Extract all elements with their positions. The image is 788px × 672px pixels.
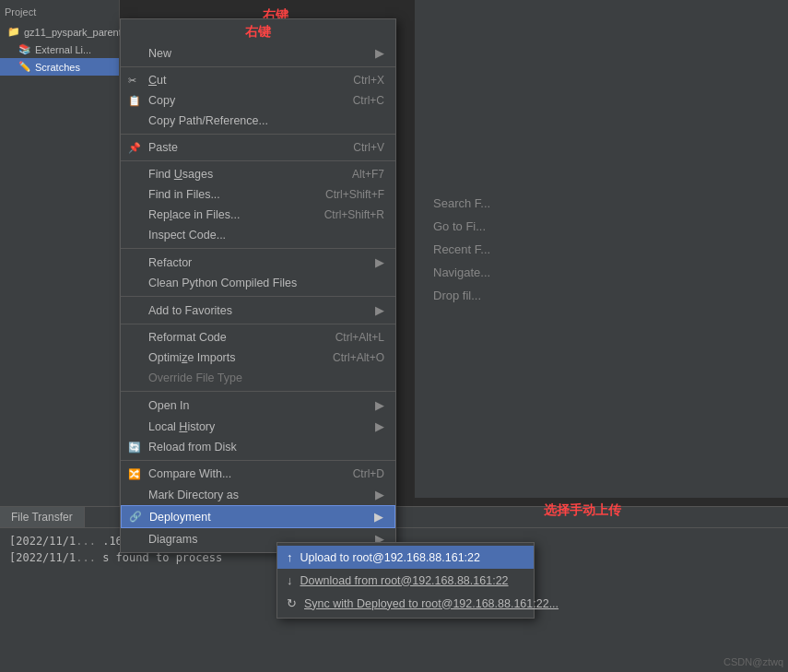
separator-6 — [121, 324, 395, 324]
right-click-annotation: 右键 — [245, 24, 271, 39]
menu-cut[interactable]: ✂ Cut Ctrl+X — [121, 70, 395, 90]
menu-reformat-label: Reformat Code — [148, 331, 227, 344]
menu-find-in-files-shortcut: Ctrl+Shift+F — [325, 188, 384, 201]
folder-icon: 📁 — [7, 26, 20, 38]
deployment-submenu: ↑ Upload to root@192.168.88.161:22 ↓ Dow… — [276, 542, 535, 619]
hint-drop: Drop fil... — [433, 289, 481, 302]
menu-copy-shortcut: Ctrl+C — [353, 94, 384, 107]
menu-copy[interactable]: 📋 Copy Ctrl+C — [121, 90, 395, 111]
hint-recent: Recent F... — [433, 242, 490, 256]
menu-mark-directory[interactable]: Mark Directory as ▶ — [121, 484, 395, 505]
hint-goto: Go to Fi... — [433, 219, 486, 233]
menu-refactor[interactable]: Refactor ▶ — [121, 252, 395, 273]
menu-local-history[interactable]: Local History ▶ — [121, 416, 395, 437]
library-icon: 📚 — [18, 43, 31, 55]
menu-copy-path-label: Copy Path/Reference... — [148, 114, 268, 127]
menu-cut-label: Cut — [148, 74, 166, 87]
menu-new-label: New — [148, 47, 171, 60]
menu-inspect-code-label: Inspect Code... — [148, 229, 226, 242]
menu-deployment[interactable]: 🔗 Deployment ▶ — [121, 505, 395, 528]
menu-optimize-imports[interactable]: Optimize Imports Ctrl+Alt+O — [121, 348, 395, 368]
project-label: Project — [5, 6, 36, 18]
menu-paste-shortcut: Ctrl+V — [353, 141, 384, 154]
project-name: gz11_pyspark_parent — [24, 27, 122, 38]
menu-inspect-code[interactable]: Inspect Code... — [121, 225, 395, 245]
menu-open-in-arrow: ▶ — [375, 398, 384, 412]
menu-local-history-arrow: ▶ — [375, 419, 384, 433]
menu-reformat[interactable]: Reformat Code Ctrl+Alt+L — [121, 327, 395, 348]
menu-copy-label: Copy — [148, 94, 175, 107]
menu-reformat-shortcut: Ctrl+Alt+L — [335, 331, 384, 344]
menu-compare-with-label: Compare With... — [148, 467, 231, 480]
deployment-icon: 🔗 — [129, 511, 142, 523]
menu-copy-path[interactable]: Copy Path/Reference... — [121, 111, 395, 131]
menu-clean-python[interactable]: Clean Python Compiled Files — [121, 273, 395, 293]
separator-2 — [121, 134, 395, 135]
scratch-icon: ✏️ — [18, 61, 31, 73]
menu-override-file-type-label: Override File Type — [148, 371, 242, 384]
menu-add-favorites-arrow: ▶ — [375, 303, 384, 317]
menu-add-favorites[interactable]: Add to Favorites ▶ — [121, 300, 395, 321]
watermark: CSDN@ztwq — [723, 656, 783, 667]
menu-open-in[interactable]: Open In ▶ — [121, 395, 395, 416]
menu-add-favorites-label: Add to Favorites — [148, 304, 232, 317]
menu-diagrams-label: Diagrams — [148, 533, 198, 546]
download-icon: ↓ — [287, 573, 293, 587]
menu-optimize-imports-label: Optimize Imports — [148, 351, 235, 364]
menu-cut-shortcut: Ctrl+X — [353, 74, 384, 87]
hint-navigate: Navigate... — [433, 265, 490, 279]
menu-replace-in-files-shortcut: Ctrl+Shift+R — [324, 208, 384, 221]
menu-paste[interactable]: 📌 Paste Ctrl+V — [121, 137, 395, 158]
cut-icon: ✂ — [128, 75, 136, 87]
menu-paste-label: Paste — [148, 141, 178, 154]
external-libs-label: External Li... — [35, 44, 91, 55]
left-panel-header: Project — [0, 0, 119, 23]
separator-5 — [121, 296, 395, 297]
menu-new[interactable]: New ▶ — [121, 42, 395, 64]
copy-icon: 📋 — [128, 95, 141, 107]
menu-find-in-files[interactable]: Find in Files... Ctrl+Shift+F — [121, 184, 395, 205]
manual-upload-annotation: 选择手动上传 — [544, 502, 621, 519]
menu-override-file-type: Override File Type — [121, 368, 395, 388]
menu-mark-directory-arrow: ▶ — [375, 488, 384, 501]
menu-deployment-arrow: ▶ — [374, 510, 383, 524]
menu-find-in-files-label: Find in Files... — [148, 188, 220, 201]
scratches-label: Scratches — [35, 62, 80, 73]
menu-compare-with-shortcut: Ctrl+D — [353, 467, 384, 480]
menu-reload-disk[interactable]: 🔄 Reload from Disk — [121, 437, 395, 457]
menu-mark-directory-label: Mark Directory as — [148, 489, 239, 501]
menu-replace-in-files[interactable]: Replace in Files... Ctrl+Shift+R — [121, 205, 395, 225]
menu-find-usages[interactable]: Find Usages Alt+F7 — [121, 164, 395, 184]
separator-7 — [121, 391, 395, 392]
submenu-download[interactable]: ↓ Download from root@192.168.88.161:22 — [277, 569, 534, 592]
menu-replace-in-files-label: Replace in Files... — [148, 208, 240, 221]
menu-find-usages-label: Find Usages — [148, 168, 213, 181]
separator-3 — [121, 160, 395, 161]
paste-icon: 📌 — [128, 142, 141, 154]
separator-4 — [121, 248, 395, 249]
submenu-upload-label: Upload to root@192.168.88.161:22 — [300, 551, 480, 564]
tree-item-project[interactable]: 📁 gz11_pyspark_parent — [0, 23, 119, 41]
sync-icon: ↻ — [287, 596, 297, 610]
right-panel: Search F... Go to Fi... Recent F... Navi… — [415, 0, 788, 498]
tree-item-external-libs[interactable]: 📚 External Li... — [0, 41, 119, 58]
reload-icon: 🔄 — [128, 442, 141, 454]
separator-8 — [121, 460, 395, 461]
menu-clean-python-label: Clean Python Compiled Files — [148, 277, 297, 289]
menu-refactor-arrow: ▶ — [375, 255, 384, 269]
submenu-sync[interactable]: ↻ Sync with Deployed to root@192.168.88.… — [277, 592, 534, 615]
menu-local-history-label: Local History — [148, 420, 215, 433]
tree-item-scratches[interactable]: ✏️ Scratches — [0, 58, 119, 76]
context-menu: 右键 New ▶ ✂ Cut Ctrl+X 📋 Copy Ctrl+C Copy… — [120, 18, 396, 553]
file-transfer-tab[interactable]: File Transfer — [0, 507, 85, 527]
submenu-download-label: Download from root@192.168.88.161:22 — [300, 574, 509, 587]
menu-optimize-imports-shortcut: Ctrl+Alt+O — [333, 351, 384, 364]
menu-find-usages-shortcut: Alt+F7 — [352, 168, 384, 181]
menu-compare-with[interactable]: 🔀 Compare With... Ctrl+D — [121, 464, 395, 484]
separator-1 — [121, 66, 395, 67]
compare-icon: 🔀 — [128, 468, 141, 480]
menu-open-in-label: Open In — [148, 399, 189, 412]
submenu-upload[interactable]: ↑ Upload to root@192.168.88.161:22 — [277, 546, 534, 569]
menu-deployment-label: Deployment — [149, 511, 211, 524]
menu-reload-disk-label: Reload from Disk — [148, 441, 237, 454]
